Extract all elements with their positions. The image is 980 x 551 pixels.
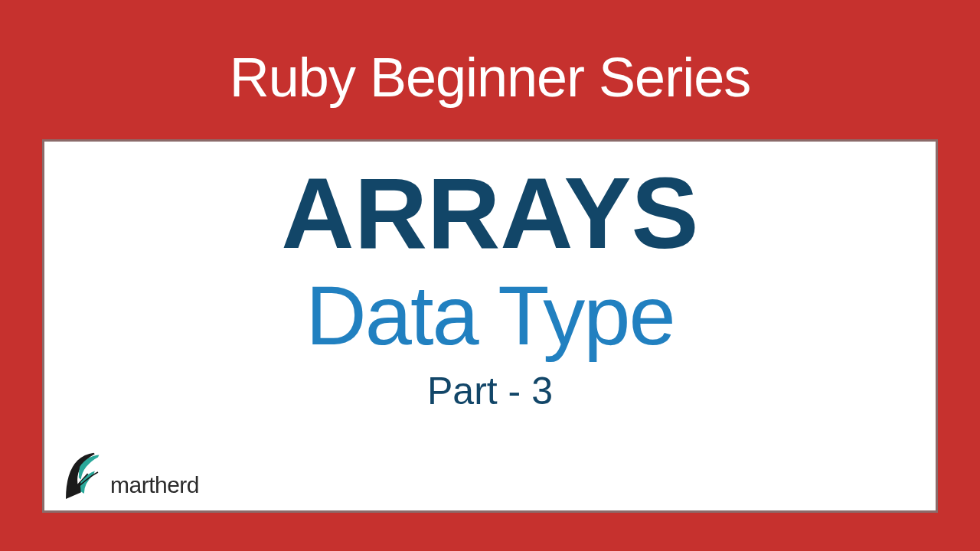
- topic-title: ARRAYS: [75, 163, 905, 264]
- series-title: Ruby Beginner Series: [0, 0, 980, 139]
- brand-name: martherd: [110, 472, 199, 498]
- content-card: ARRAYS Data Type Part - 3 martherd: [42, 139, 938, 513]
- subtitle: Data Type: [75, 269, 905, 361]
- smartherd-logo-icon: [55, 451, 109, 504]
- brand-logo: martherd: [55, 451, 199, 504]
- part-label: Part - 3: [75, 369, 905, 413]
